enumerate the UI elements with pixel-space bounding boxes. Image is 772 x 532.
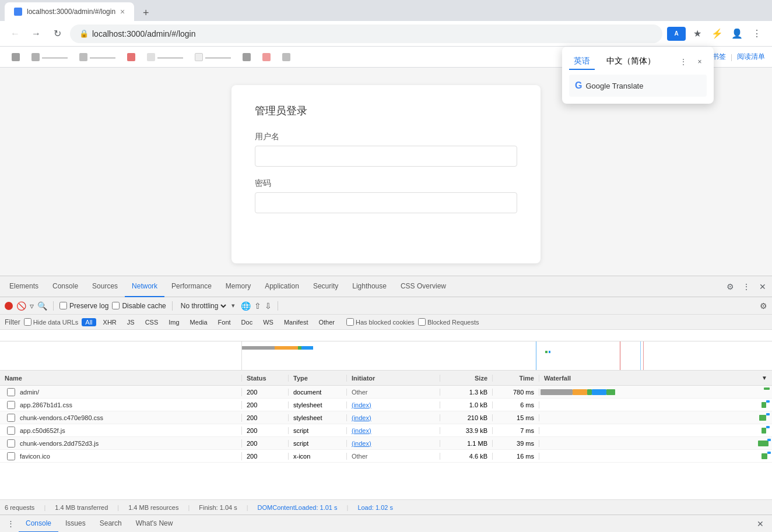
tab-performance[interactable]: Performance — [164, 276, 219, 297]
network-offline-icon[interactable]: 🌐 — [241, 301, 251, 311]
bookmark-item[interactable] — [278, 51, 295, 64]
throttle-select[interactable]: No throttling — [178, 301, 228, 311]
translate-action-buttons: ⋮ × — [676, 55, 707, 69]
tab-console[interactable]: Console — [45, 276, 85, 297]
reading-list-link[interactable]: 阅读清单 — [737, 52, 765, 62]
table-row[interactable]: admin/ 200 document Other 1.3 kB 780 ms — [0, 386, 772, 399]
forward-button[interactable]: → — [28, 26, 44, 42]
extensions-icon[interactable]: ⚡ — [709, 26, 725, 42]
bottom-tab-whats-new[interactable]: What's New — [129, 515, 180, 533]
record-button[interactable] — [5, 302, 13, 310]
bottom-icon[interactable]: ⋮ — [5, 517, 16, 531]
filter-doc-button[interactable]: Doc — [238, 318, 257, 326]
col-header-status[interactable]: Status — [242, 375, 289, 382]
tab-application[interactable]: Application — [258, 276, 306, 297]
row-checkbox[interactable] — [7, 401, 15, 409]
bottom-tab-issues[interactable]: Issues — [58, 515, 93, 533]
preserve-log-checkbox[interactable] — [59, 302, 67, 309]
devtools-more-icon[interactable]: ⋮ — [739, 280, 753, 294]
download-icon[interactable]: ⇩ — [265, 301, 272, 311]
row-checkbox[interactable] — [7, 388, 15, 396]
throttle-dropdown-icon[interactable]: ▾ — [231, 302, 235, 309]
tab-elements[interactable]: Elements — [2, 276, 45, 297]
tab-css-overview[interactable]: CSS Overview — [394, 276, 453, 297]
bookmark-item[interactable]: ———— — [190, 51, 236, 64]
filter-all-button[interactable]: All — [82, 318, 96, 326]
filter-font-button[interactable]: Font — [215, 318, 234, 326]
tab-network[interactable]: Network — [125, 276, 164, 297]
translate-lang-en[interactable]: 英语 — [569, 54, 595, 70]
table-row[interactable]: app.2867b1d1.css 200 stylesheet (index) … — [0, 399, 772, 411]
row-checkbox[interactable] — [7, 439, 15, 448]
wf-end-bar — [764, 387, 770, 390]
upload-icon[interactable]: ⇧ — [254, 301, 261, 311]
wf-bar-resp — [573, 389, 587, 395]
row-waterfall — [539, 424, 772, 437]
bookmark-item[interactable]: ———— — [27, 51, 72, 64]
bottom-tab-search[interactable]: Search — [93, 515, 129, 533]
filter-ws-button[interactable]: WS — [259, 318, 277, 326]
username-input[interactable] — [255, 146, 517, 167]
translate-button[interactable]: A — [667, 27, 686, 41]
filter-toggle-icon[interactable]: ▿ — [30, 301, 34, 311]
col-header-name[interactable]: Name — [0, 375, 242, 382]
password-input[interactable] — [255, 192, 517, 213]
filter-js-button[interactable]: JS — [124, 318, 138, 326]
filter-xhr-button[interactable]: XHR — [100, 318, 120, 326]
address-bar[interactable]: 🔒 localhost:3000/admin/#/login — [70, 24, 662, 43]
disable-cache-checkbox[interactable] — [112, 302, 120, 309]
row-time: 7 ms — [493, 427, 539, 434]
has-blocked-cookies-checkbox[interactable] — [346, 318, 354, 326]
filter-css-button[interactable]: CSS — [142, 318, 162, 326]
col-header-initiator[interactable]: Initiator — [347, 375, 440, 382]
search-network-icon[interactable]: 🔍 — [37, 301, 47, 311]
tab-security[interactable]: Security — [306, 276, 345, 297]
col-header-size[interactable]: Size — [440, 375, 493, 382]
col-header-time[interactable]: Time — [493, 375, 539, 382]
hide-data-urls-checkbox[interactable] — [24, 318, 31, 326]
translate-close-button[interactable]: × — [693, 55, 707, 69]
table-row[interactable]: chunk-vendors.2dd752d3.js 200 script (in… — [0, 437, 772, 450]
table-row[interactable]: chunk-vendors.c470e980.css 200 styleshee… — [0, 411, 772, 424]
row-checkbox[interactable] — [7, 452, 15, 460]
filter-img-button[interactable]: Img — [165, 318, 183, 326]
bookmark-item[interactable]: ———— — [75, 51, 120, 64]
filter-manifest-button[interactable]: Manifest — [280, 318, 312, 326]
row-name: app.c50d652f.js — [20, 427, 237, 434]
row-checkbox[interactable] — [7, 414, 15, 422]
bookmark-icon — [243, 53, 251, 61]
table-row[interactable]: favicon.ico 200 x-icon Other 4.6 kB 16 m… — [0, 450, 772, 463]
col-header-type[interactable]: Type — [289, 375, 347, 382]
bookmark-item[interactable] — [7, 51, 24, 64]
tab-sources[interactable]: Sources — [85, 276, 125, 297]
back-button[interactable]: ← — [7, 26, 23, 42]
translate-lang-zh[interactable]: 中文（简体） — [602, 54, 660, 70]
new-tab-button[interactable]: + — [136, 5, 155, 21]
row-checkbox[interactable] — [7, 427, 15, 435]
active-tab[interactable]: localhost:3000/admin/#/login × — [5, 2, 134, 21]
devtools-bottom-close-icon[interactable]: ✕ — [753, 517, 767, 531]
translate-popup: 英语 中文（简体） ⋮ × G Google Translate — [562, 47, 714, 104]
table-row[interactable]: app.c50d652f.js 200 script (index) 33.9 … — [0, 424, 772, 437]
tab-memory[interactable]: Memory — [219, 276, 258, 297]
devtools-settings-icon[interactable]: ⚙ — [723, 280, 737, 294]
blocked-requests-checkbox[interactable] — [418, 318, 426, 326]
bookmark-item[interactable] — [238, 51, 255, 64]
bookmark-item[interactable]: ———— — [142, 51, 188, 64]
bookmark-item[interactable] — [258, 51, 275, 64]
filter-media-button[interactable]: Media — [187, 318, 211, 326]
bookmark-star-icon[interactable]: ★ — [689, 26, 706, 42]
filter-other-button[interactable]: Other — [315, 318, 338, 326]
devtools-close-icon[interactable]: ✕ — [756, 280, 770, 294]
bottom-tab-console[interactable]: Console — [19, 515, 58, 533]
reload-button[interactable]: ↻ — [49, 26, 65, 42]
menu-icon[interactable]: ⋮ — [749, 26, 765, 42]
stop-button[interactable]: 🚫 — [16, 301, 26, 311]
translate-more-button[interactable]: ⋮ — [676, 55, 690, 69]
profile-icon[interactable]: 👤 — [729, 26, 745, 42]
col-header-waterfall[interactable]: Waterfall ▼ — [539, 375, 772, 382]
bookmark-item[interactable] — [122, 51, 140, 64]
tab-lighthouse[interactable]: Lighthouse — [345, 276, 394, 297]
tab-close-button[interactable]: × — [120, 7, 125, 16]
network-settings-icon[interactable]: ⚙ — [760, 301, 767, 311]
